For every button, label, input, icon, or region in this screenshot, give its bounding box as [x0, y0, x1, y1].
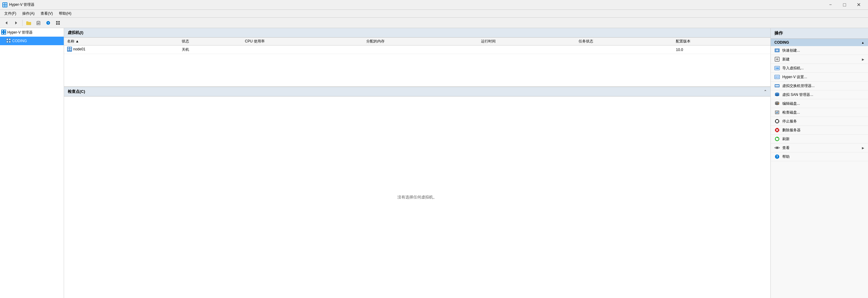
stop-service-icon — [774, 118, 780, 124]
menu-action[interactable]: 操作(A) — [19, 10, 37, 17]
sort-asc-icon: ▲ — [75, 39, 79, 43]
svg-point-55 — [775, 94, 779, 96]
menu-help[interactable]: 帮助(H) — [56, 10, 74, 17]
svg-text:H-V: H-V — [775, 76, 779, 78]
actions-section-collapse-arrow[interactable]: ▲ — [861, 41, 864, 44]
new-icon — [774, 56, 780, 62]
forward-button[interactable] — [11, 19, 21, 27]
action-quick-create[interactable]: 快速创建... — [771, 46, 868, 55]
main-layout: Hyper-V 管理器 CODING 虚拟机(I) — [0, 28, 868, 298]
col-config-version[interactable]: 配置版本 — [673, 37, 770, 46]
menu-view[interactable]: 查看(V) — [37, 10, 56, 17]
close-button[interactable]: ✕ — [851, 0, 866, 10]
action-check-disk[interactable]: 检查磁盘... — [771, 108, 868, 117]
col-task-status[interactable]: 任务状态 — [576, 37, 673, 46]
action-help-label: 帮助 — [782, 154, 789, 159]
toolbar: ? — [0, 18, 868, 28]
back-button[interactable] — [2, 19, 11, 27]
menu-file[interactable]: 文件(F) — [1, 10, 19, 17]
vm-cpu-cell — [242, 46, 363, 54]
svg-rect-21 — [2, 30, 3, 31]
menu-bar: 文件(F) 操作(A) 查看(V) 帮助(H) — [0, 10, 868, 18]
tree-item-hyperv[interactable]: Hyper-V 管理器 — [0, 28, 64, 37]
svg-rect-7 — [26, 22, 31, 25]
svg-marker-6 — [15, 21, 17, 24]
svg-rect-2 — [5, 3, 7, 5]
vm-table: 名称 ▲ 状态 CPU 使用率 分配的内存 运行时间 任务状态 配置版本 — [64, 37, 770, 54]
svg-rect-23 — [2, 33, 3, 34]
col-cpu[interactable]: CPU 使用率 — [242, 37, 363, 46]
center-panel: 虚拟机(I) 名称 ▲ 状态 CPU 使用率 分配的内存 运行时间 — [64, 28, 770, 298]
action-new[interactable]: 新建 ▶ — [771, 55, 868, 64]
svg-rect-8 — [26, 21, 28, 22]
svg-point-52 — [778, 85, 779, 86]
vm-status-cell: 关机 — [179, 46, 242, 54]
action-delete-server[interactable]: 删除服务器 — [771, 126, 868, 135]
clipboard-button[interactable] — [34, 19, 43, 27]
action-view-label: 查看 — [782, 145, 789, 151]
window-title: Hyper-V 管理器 — [9, 2, 34, 7]
refresh-icon — [774, 136, 780, 142]
action-vswitch[interactable]: 虚拟交换机管理器... — [771, 82, 868, 90]
svg-point-50 — [775, 85, 776, 86]
edit-disk-icon — [774, 101, 780, 106]
col-status[interactable]: 状态 — [179, 37, 242, 46]
action-stop-service[interactable]: 停止服务 — [771, 117, 868, 126]
tree-item-coding[interactable]: CODING — [0, 37, 64, 45]
action-new-label: 新建 — [782, 57, 789, 62]
vswitch-icon — [774, 83, 780, 88]
action-help-icon: ? — [774, 154, 780, 159]
svg-rect-17 — [58, 21, 60, 23]
action-help[interactable]: ? 帮助 — [771, 152, 868, 161]
action-view[interactable]: 查看 ▶ — [771, 143, 868, 152]
table-row[interactable]: node01 关机 10.0 — [64, 46, 770, 54]
action-refresh-label: 刷新 — [782, 136, 789, 142]
action-vsan[interactable]: 虚拟 SAN 管理器... — [771, 90, 868, 99]
action-hyperv-settings[interactable]: H-V Hyper-V 设置... — [771, 73, 868, 82]
minimize-button[interactable]: － — [824, 0, 837, 10]
svg-rect-29 — [9, 41, 10, 43]
vm-section: 虚拟机(I) 名称 ▲ 状态 CPU 使用率 分配的内存 运行时间 — [64, 28, 770, 86]
action-hyperv-settings-label: Hyper-V 设置... — [782, 75, 807, 80]
action-refresh[interactable]: 刷新 — [771, 135, 868, 143]
window-controls: － □ ✕ — [824, 0, 866, 10]
app-icon — [2, 2, 7, 7]
checkpoint-section-header: 检查点(C) ⌃ — [64, 87, 770, 97]
actions-section-coding-label: CODING — [774, 40, 789, 45]
vm-row-icon-group: node01 — [67, 47, 85, 52]
vm-section-title: 虚拟机(I) — [68, 30, 83, 35]
vsan-icon — [774, 92, 780, 98]
svg-rect-16 — [56, 21, 58, 23]
action-vsan-label: 虚拟 SAN 管理器... — [782, 92, 813, 98]
svg-rect-33 — [68, 49, 69, 50]
vm-uptime-cell — [478, 46, 576, 54]
action-delete-server-label: 删除服务器 — [782, 128, 801, 133]
checkpoint-collapse-btn[interactable]: ⌃ — [764, 89, 767, 94]
svg-text:?: ? — [47, 22, 49, 25]
col-uptime[interactable]: 运行时间 — [478, 37, 576, 46]
action-stop-service-label: 停止服务 — [782, 119, 797, 124]
import-vm-icon: VM — [774, 65, 780, 71]
action-import-vm-label: 导入虚拟机... — [782, 66, 804, 71]
svg-rect-3 — [3, 5, 5, 7]
hyperv-tree-icon — [1, 30, 6, 35]
svg-rect-62 — [776, 120, 778, 123]
folder-button[interactable] — [24, 19, 33, 27]
right-panel: 操作 CODING ▲ 快速创建... — [770, 28, 868, 298]
grid-button[interactable] — [53, 19, 63, 27]
svg-rect-24 — [4, 33, 5, 34]
actions-header: 操作 — [771, 28, 868, 39]
quick-create-icon — [774, 48, 780, 53]
svg-rect-18 — [56, 23, 58, 25]
toolbar-separator-1 — [22, 20, 23, 26]
action-edit-disk-label: 编辑磁盘... — [782, 101, 800, 106]
actions-section-label-coding: CODING ▲ — [771, 39, 868, 46]
action-quick-create-label: 快速创建... — [782, 48, 800, 53]
vm-name-cell: node01 — [64, 46, 179, 54]
help-toolbar-button[interactable]: ? — [43, 19, 53, 27]
col-name[interactable]: 名称 ▲ — [64, 37, 179, 46]
maximize-button[interactable]: □ — [837, 0, 851, 10]
col-memory[interactable]: 分配的内存 — [363, 37, 478, 46]
action-edit-disk[interactable]: 编辑磁盘... — [771, 99, 868, 108]
action-import-vm[interactable]: VM 导入虚拟机... — [771, 64, 868, 73]
